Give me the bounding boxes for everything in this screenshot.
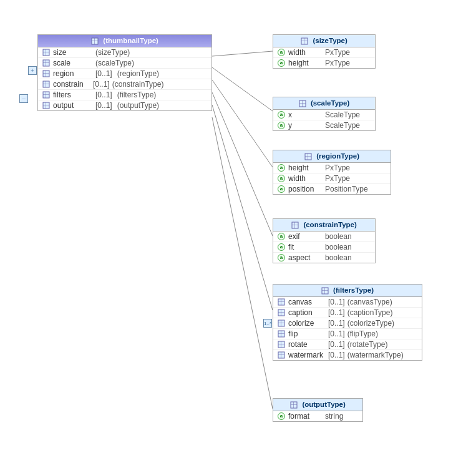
- field-name-constrain: constrain: [53, 80, 90, 89]
- row-constraintype-fit: a fit boolean: [273, 242, 375, 253]
- svg-rect-42: [278, 299, 284, 305]
- box-regiontype: (regionType) a height PxType a width PxT…: [273, 150, 391, 195]
- svg-rect-39: [322, 288, 328, 294]
- header-icon-sizetype: [301, 37, 310, 44]
- field-name-caption: caption: [288, 308, 326, 317]
- row-filterstype-watermark: watermark [0..1] (watermarkType): [273, 350, 422, 360]
- svg-rect-27: [301, 38, 308, 44]
- row-regiontype-width: a width PxType: [273, 173, 391, 184]
- field-type-canvas: (canvasType): [347, 298, 392, 306]
- svg-rect-21: [43, 92, 49, 98]
- expand-icon-thumbnailtype[interactable]: +: [28, 66, 37, 75]
- icon-filters: [42, 90, 51, 99]
- field-name-rotate: rotate: [288, 340, 326, 349]
- field-name-watermark: watermark: [288, 351, 326, 359]
- attr-name-y: y: [288, 121, 323, 130]
- field-type-rotate: (rotateType): [347, 340, 388, 349]
- field-range-output: [0..1]: [95, 101, 112, 110]
- row-regiontype-height: a height PxType: [273, 163, 391, 173]
- svg-rect-6: [92, 38, 98, 44]
- attr-icon-format: a: [277, 412, 286, 421]
- icon-watermark: [277, 351, 286, 359]
- field-name-canvas: canvas: [288, 298, 326, 306]
- field-type-size: (sizeType): [95, 48, 130, 57]
- svg-rect-54: [278, 341, 284, 348]
- svg-rect-9: [43, 49, 49, 56]
- box-constraintype: (constrainType) a exif boolean a fit boo…: [273, 218, 376, 263]
- header-outputtype: (outputType): [273, 399, 362, 411]
- header-filterstype: (filtersType): [273, 285, 422, 297]
- row-filterstype-rotate: rotate [0..1] (rotateType): [273, 339, 422, 350]
- attr-icon-width: a: [277, 48, 286, 57]
- row-sizetype-height: a height PxType: [273, 58, 375, 68]
- icon-colorize: [277, 319, 286, 328]
- expand-icon-filterstype[interactable]: 1..*: [263, 319, 272, 328]
- svg-rect-36: [292, 222, 298, 228]
- attr-type-height: PxType: [325, 59, 350, 67]
- attr-type-width: PxType: [325, 48, 350, 57]
- icon-rotate: [277, 340, 286, 349]
- svg-rect-18: [43, 81, 49, 87]
- row-constraintype-exif: a exif boolean: [273, 232, 375, 242]
- row-size: size (sizeType): [38, 47, 211, 58]
- svg-rect-12: [43, 60, 49, 66]
- attr-name-region-width: width: [288, 174, 323, 183]
- row-filterstype-canvas: canvas [0..1] (canvasType): [273, 297, 422, 308]
- row-outputtype-format: a format string: [273, 411, 362, 421]
- attr-name-x: x: [288, 110, 323, 119]
- attr-name-format: format: [288, 412, 323, 421]
- row-region: region [0..1] (regionType): [38, 69, 211, 79]
- field-range-constrain: [0..1]: [93, 80, 110, 89]
- attr-type-region-position: PositionType: [325, 185, 368, 193]
- field-range-region: [0..1]: [95, 69, 112, 78]
- attr-name-fit: fit: [288, 243, 323, 251]
- icon-canvas: [277, 298, 286, 306]
- row-filterstype-caption: caption [0..1] (captionType): [273, 308, 422, 318]
- field-type-filters: (filtersType): [117, 90, 157, 99]
- attr-type-aspect: boolean: [325, 253, 352, 262]
- field-type-constrain: (constrainType): [112, 80, 164, 89]
- diagram-container: (thumbnailType) + ··· size (sizeType) sc…: [0, 0, 476, 468]
- header-icon-scaletype: [299, 99, 308, 107]
- field-type-region: (regionType): [117, 69, 159, 78]
- attr-icon-height: a: [277, 59, 286, 67]
- field-name-size: size: [53, 48, 90, 57]
- field-range-colorize: [0..1]: [328, 319, 345, 328]
- field-range-watermark: [0..1]: [328, 351, 345, 359]
- svg-rect-24: [43, 102, 49, 109]
- svg-rect-15: [43, 71, 49, 77]
- field-type-caption: (captionType): [347, 308, 393, 317]
- svg-rect-57: [278, 352, 284, 358]
- box-scaletype: (scaleType) a x ScaleType a y ScaleType: [273, 97, 376, 131]
- attr-icon-exif: a: [277, 232, 286, 241]
- field-name-scale: scale: [53, 59, 90, 67]
- expand-icon2-thumbnailtype[interactable]: ···: [19, 94, 28, 103]
- header-sizetype: (sizeType): [273, 35, 375, 47]
- svg-line-4: [212, 105, 273, 310]
- field-range-filters: [0..1]: [95, 90, 112, 99]
- field-type-output: (outputType): [117, 101, 159, 110]
- row-constrain: constrain [0..1] (constrainType): [38, 79, 211, 90]
- field-range-flip: [0..1]: [328, 329, 345, 338]
- attr-name-height: height: [288, 59, 323, 67]
- field-type-colorize: (colorizeType): [347, 319, 394, 328]
- svg-rect-45: [278, 310, 284, 316]
- field-name-output: output: [53, 101, 90, 110]
- row-sizetype-width: a width PxType: [273, 47, 375, 58]
- header-regiontype: (regionType): [273, 150, 391, 163]
- row-regiontype-position: a position PositionType: [273, 184, 391, 194]
- row-scaletype-x: a x ScaleType: [273, 110, 375, 120]
- svg-line-5: [212, 117, 273, 409]
- attr-type-y: ScaleType: [325, 121, 360, 130]
- header-icon-thumbnailtype: [91, 37, 100, 44]
- svg-line-2: [212, 80, 273, 167]
- svg-rect-48: [278, 320, 284, 326]
- field-type-flip: (flipType): [347, 329, 378, 338]
- field-name-filters: filters: [53, 90, 90, 99]
- icon-region: [42, 69, 51, 78]
- attr-name-region-position: position: [288, 185, 323, 193]
- attr-icon-aspect: a: [277, 253, 286, 262]
- header-icon-constraintype: [291, 221, 301, 228]
- icon-size: [42, 48, 51, 57]
- svg-rect-51: [278, 331, 284, 337]
